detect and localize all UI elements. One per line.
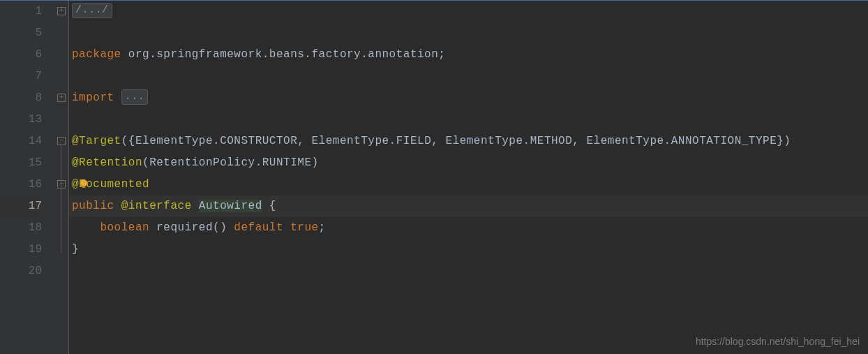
line-number-gutter: 156781314151617181920 xyxy=(0,1,54,354)
code-token: ; xyxy=(438,48,445,61)
code-token: . xyxy=(213,135,220,147)
code-token xyxy=(114,91,121,104)
code-token: ElementType xyxy=(445,135,523,147)
code-token: METHOD xyxy=(530,135,573,147)
code-token: ( xyxy=(142,156,149,169)
fold-expand-icon[interactable]: + xyxy=(57,94,66,102)
code-token: () xyxy=(213,221,234,234)
svg-rect-1 xyxy=(82,186,86,188)
line-number: 16 xyxy=(0,174,42,196)
code-token: , xyxy=(431,135,445,147)
line-number: 15 xyxy=(0,152,42,174)
code-token: required xyxy=(156,221,213,234)
code-token: Autowired xyxy=(199,200,262,212)
code-token: ElementType xyxy=(586,135,664,147)
code-token: @interface xyxy=(121,200,192,212)
code-token xyxy=(192,200,199,212)
code-token xyxy=(149,221,156,234)
code-line[interactable]: public @interface Autowired { xyxy=(69,196,868,217)
code-area[interactable]: /.../package org.springframework.beans.f… xyxy=(68,1,868,354)
code-token: }) xyxy=(777,135,791,147)
code-token: @Retention xyxy=(72,156,142,169)
code-token: import xyxy=(72,91,114,104)
code-token: ANNOTATION_TYPE xyxy=(671,135,777,147)
code-line[interactable]: boolean required() default true; xyxy=(69,217,868,239)
line-number: 1 xyxy=(0,1,42,22)
code-token: package xyxy=(72,48,121,61)
code-token: } xyxy=(72,243,79,256)
code-line[interactable]: @Retention(RetentionPolicy.RUNTIME) xyxy=(69,152,868,174)
code-line[interactable] xyxy=(69,66,868,87)
code-token: ({ xyxy=(121,135,135,147)
svg-point-0 xyxy=(80,179,87,186)
line-number: 14 xyxy=(0,131,42,152)
code-token: FIELD xyxy=(396,135,432,147)
code-token: true xyxy=(290,221,318,234)
code-line[interactable]: import ... xyxy=(69,87,868,109)
line-number: 20 xyxy=(0,260,42,282)
code-token: ElementType xyxy=(311,135,389,147)
code-token: ) xyxy=(311,156,318,169)
code-token: ; xyxy=(319,221,326,234)
code-editor[interactable]: 156781314151617181920 ++−− /.../package … xyxy=(0,0,868,354)
code-token: , xyxy=(572,135,586,147)
code-line[interactable] xyxy=(69,22,868,44)
code-line[interactable] xyxy=(69,109,868,131)
line-number: 13 xyxy=(0,109,42,131)
code-token: org.springframework.beans.factory.annota… xyxy=(128,48,438,61)
code-token: ElementType xyxy=(135,135,213,147)
code-token xyxy=(283,221,290,234)
folded-region[interactable]: ... xyxy=(121,89,149,105)
code-line[interactable]: package org.springframework.beans.factor… xyxy=(69,44,868,66)
code-token: . xyxy=(389,135,396,147)
code-token: default xyxy=(234,221,283,234)
fold-collapse-icon[interactable]: − xyxy=(57,137,66,145)
fold-guide-line xyxy=(61,145,61,253)
code-token: boolean xyxy=(100,221,149,234)
fold-collapse-icon[interactable]: − xyxy=(57,180,66,189)
code-line[interactable]: @Documented xyxy=(69,174,868,196)
line-number: 5 xyxy=(0,22,42,44)
code-token: . xyxy=(664,135,671,147)
code-token xyxy=(114,200,121,212)
code-token: CONSTRUCTOR xyxy=(220,135,297,147)
line-number: 18 xyxy=(0,217,42,239)
code-line[interactable]: /.../ xyxy=(69,1,868,22)
code-token: public xyxy=(72,200,114,212)
line-number: 17 xyxy=(0,196,42,217)
code-token: @Target xyxy=(72,135,121,147)
watermark-text: https://blog.csdn.net/shi_hong_fei_hei xyxy=(696,336,860,347)
code-token: . xyxy=(255,156,262,169)
line-number: 19 xyxy=(0,239,42,260)
code-line[interactable]: } xyxy=(69,239,868,260)
code-line[interactable]: @Target({ElementType.CONSTRUCTOR, Elemen… xyxy=(69,131,868,152)
intention-bulb-icon[interactable] xyxy=(78,179,89,190)
code-token: RetentionPolicy xyxy=(149,156,255,169)
folded-region[interactable]: /.../ xyxy=(72,3,112,18)
line-number: 6 xyxy=(0,44,42,66)
code-line[interactable] xyxy=(69,260,868,282)
code-token: RUNTIME xyxy=(262,156,312,169)
code-token xyxy=(121,48,128,61)
fold-expand-icon[interactable]: + xyxy=(57,7,66,15)
code-token: { xyxy=(262,200,276,212)
line-number: 8 xyxy=(0,87,42,109)
code-token: , xyxy=(297,135,311,147)
code-token: . xyxy=(523,135,530,147)
fold-column: ++−− xyxy=(54,1,68,354)
line-number: 7 xyxy=(0,66,42,87)
